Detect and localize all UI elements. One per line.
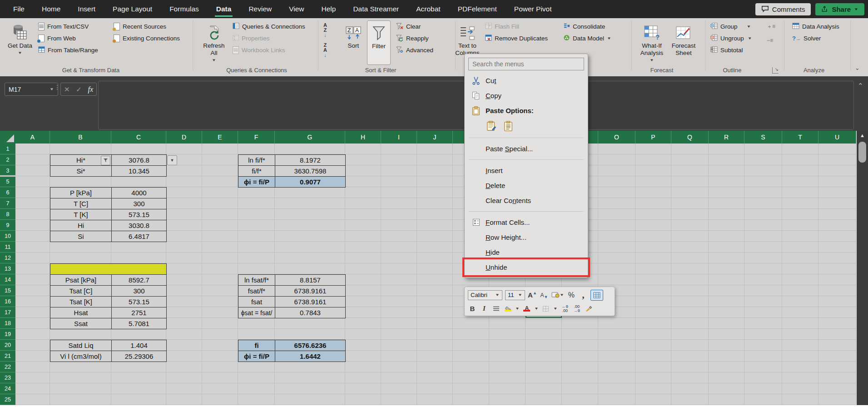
- cell-C17[interactable]: 2751: [111, 307, 167, 318]
- cell-C21[interactable]: 25.29306: [111, 351, 167, 362]
- cell-F15[interactable]: fsat/f*: [238, 285, 275, 297]
- remove-duplicates-button[interactable]: Remove Duplicates: [485, 34, 548, 43]
- cell-C3[interactable]: 10.345: [111, 165, 167, 177]
- column-header-R[interactable]: R: [709, 131, 744, 144]
- tab-page-layout[interactable]: Page Layout: [104, 0, 161, 18]
- cell-C7[interactable]: 300: [111, 198, 167, 209]
- menu-item-copy[interactable]: Copy: [465, 88, 588, 103]
- enter-icon[interactable]: ✓: [76, 85, 82, 94]
- cell-B3[interactable]: Si*: [50, 165, 112, 177]
- outline-dialog-launcher-icon[interactable]: ↘: [772, 67, 779, 74]
- sort-ascending-button[interactable]: AZ↓: [323, 23, 327, 36]
- cell-B10[interactable]: Si: [50, 231, 112, 242]
- row-header-3[interactable]: 3: [0, 165, 15, 176]
- cell-G16[interactable]: 6738.9161: [275, 296, 346, 307]
- percent-style-button[interactable]: %: [567, 290, 576, 300]
- row-header-25[interactable]: 25: [0, 394, 15, 405]
- show-detail-button[interactable]: ＋≡: [767, 22, 775, 31]
- menu-item-unhide[interactable]: Unhide: [465, 260, 588, 275]
- cell-C14[interactable]: 8592.7: [111, 274, 167, 286]
- cell-C9[interactable]: 3030.8: [111, 220, 167, 231]
- row-header-2[interactable]: 2: [0, 154, 15, 165]
- cell-B21[interactable]: Vi l (cm3/mol): [50, 351, 112, 362]
- cell-C20[interactable]: 1.404: [111, 340, 167, 351]
- existing-connections-button[interactable]: Existing Connections: [114, 34, 180, 43]
- row-header-23[interactable]: 23: [0, 372, 15, 383]
- tab-power-pivot[interactable]: Power Pivot: [506, 0, 560, 18]
- column-header-C[interactable]: C: [111, 131, 166, 144]
- merge-center-button[interactable]: [590, 290, 603, 301]
- tab-data[interactable]: Data: [208, 0, 240, 18]
- column-header-Q[interactable]: Q: [671, 131, 709, 144]
- cell-B8[interactable]: T [K]: [50, 209, 112, 220]
- cell-B17[interactable]: Hsat: [50, 307, 112, 318]
- tab-acrobat[interactable]: Acrobat: [407, 0, 449, 18]
- cell-B13[interactable]: [50, 263, 167, 275]
- cell-F2[interactable]: ln fi/f*: [238, 154, 275, 166]
- from-text-csv-button[interactable]: From Text/CSV: [38, 22, 98, 31]
- vertical-scrollbar[interactable]: ▲: [857, 131, 868, 405]
- row-header-1[interactable]: 1: [0, 144, 15, 154]
- cell-C2[interactable]: 3076.8: [111, 154, 167, 166]
- tab-pdfelement[interactable]: PDFelement: [449, 0, 506, 18]
- row-header-6[interactable]: 6: [0, 187, 15, 198]
- font-color-button[interactable]: A: [522, 304, 531, 314]
- tab-file[interactable]: File: [5, 0, 33, 18]
- column-header-D[interactable]: D: [166, 131, 202, 144]
- cell-G15[interactable]: 6738.9161: [275, 285, 346, 297]
- menu-search-box[interactable]: [468, 58, 584, 70]
- data-analysis-button[interactable]: Data Analysis: [792, 22, 839, 31]
- column-header-I[interactable]: I: [381, 131, 417, 144]
- row-header-5[interactable]: 5: [0, 176, 15, 187]
- cell-B7[interactable]: T [C]: [50, 198, 112, 209]
- cell-C10[interactable]: 6.4817: [111, 231, 167, 242]
- fill-color-button[interactable]: [503, 304, 512, 314]
- column-header-A[interactable]: A: [15, 131, 50, 144]
- row-header-9[interactable]: 9: [0, 220, 15, 231]
- cell-C18[interactable]: 5.7081: [111, 318, 167, 329]
- cancel-icon[interactable]: ✕: [64, 85, 70, 94]
- cell-C15[interactable]: 300: [111, 285, 167, 297]
- what-if-analysis-button[interactable]: ? What-If Analysis ▼: [637, 20, 667, 64]
- cell-F14[interactable]: ln fsat/f*: [238, 274, 275, 286]
- cell-F21[interactable]: ϕi = fi/P: [238, 351, 275, 362]
- share-button[interactable]: Share ▼: [815, 3, 864, 15]
- comma-style-button[interactable]: ,: [579, 290, 588, 300]
- tab-help[interactable]: Help: [313, 0, 345, 18]
- cell-G5[interactable]: 0.9077: [275, 176, 346, 188]
- row-header-16[interactable]: 16: [0, 296, 15, 307]
- column-header-J[interactable]: J: [417, 131, 453, 144]
- increase-font-button[interactable]: A▲: [528, 290, 537, 300]
- decrease-decimal-button[interactable]: ←0.00: [560, 304, 570, 314]
- row-header-11[interactable]: 11: [0, 242, 15, 253]
- cell-B15[interactable]: Tsat [C]: [50, 285, 112, 297]
- cell-B16[interactable]: Tsat [K]: [50, 296, 112, 307]
- column-header-O[interactable]: O: [598, 131, 635, 144]
- consolidate-button[interactable]: Consolidate: [563, 22, 611, 31]
- menu-item-cut[interactable]: Cut: [465, 73, 588, 88]
- cell-B6[interactable]: P [kPa]: [50, 187, 112, 198]
- cell-F5[interactable]: ϕi = fi/P: [238, 176, 275, 188]
- cell-F16[interactable]: fsat: [238, 296, 275, 307]
- subtotal-button[interactable]: Subtotal: [710, 45, 752, 55]
- fill-color-chevron-icon[interactable]: ▼: [515, 307, 520, 311]
- tab-formulas[interactable]: Formulas: [161, 0, 208, 18]
- row-header-20[interactable]: 20: [0, 340, 15, 351]
- cell-C16[interactable]: 573.15: [111, 296, 167, 307]
- row-header-7[interactable]: 7: [0, 198, 15, 209]
- decrease-font-button[interactable]: A▼: [540, 290, 549, 300]
- cell-G3[interactable]: 3630.7598: [275, 165, 346, 177]
- paste-formatting-option-icon[interactable]: [486, 120, 497, 132]
- column-header-T[interactable]: T: [782, 131, 818, 144]
- row-header-22[interactable]: 22: [0, 361, 15, 372]
- cell-B14[interactable]: Psat [kPa]: [50, 274, 112, 286]
- refresh-all-button[interactable]: Refresh All ▼: [200, 20, 228, 64]
- font-size-select[interactable]: 11 ▼: [505, 290, 525, 300]
- cell-G2[interactable]: 8.1972: [275, 154, 346, 166]
- row-header-14[interactable]: 14: [0, 274, 15, 285]
- tab-data-streamer[interactable]: Data Streamer: [344, 0, 407, 18]
- increase-decimal-button[interactable]: .00→0: [572, 304, 581, 314]
- column-header-U[interactable]: U: [818, 131, 856, 144]
- comments-button[interactable]: Comments: [755, 3, 811, 15]
- ungroup-button[interactable]: Ungroup ▼: [710, 34, 752, 43]
